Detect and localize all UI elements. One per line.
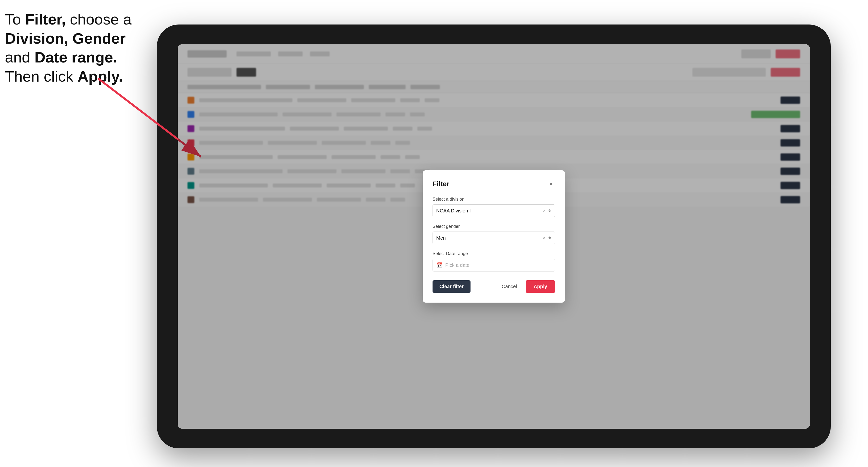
apply-bold: Apply. [78,68,123,85]
gender-arrow-icon [548,236,551,240]
cancel-button[interactable]: Cancel [497,280,522,293]
gender-select[interactable]: Men × [433,231,555,244]
svg-marker-2 [549,209,551,211]
division-gender-bold: Division, Gender [5,30,126,47]
division-arrow-icon [548,209,551,213]
division-label: Select a division [433,197,555,202]
modal-close-button[interactable]: × [547,180,555,188]
date-range-form-group: Select Date range 📅 Pick a date [433,251,555,272]
calendar-icon: 📅 [436,262,442,268]
svg-marker-4 [549,237,551,238]
tablet-screen: Filter × Select a division NCAA Division… [178,44,810,429]
modal-overlay: Filter × Select a division NCAA Division… [178,44,810,429]
tablet-frame: Filter × Select a division NCAA Division… [157,25,831,448]
clear-filter-button[interactable]: Clear filter [433,280,470,293]
instruction-text: To Filter, choose a Division, Gender and… [5,10,142,86]
division-select[interactable]: NCAA Division I × [433,204,555,217]
modal-footer: Clear filter Cancel Apply [433,280,555,293]
svg-marker-3 [549,211,551,212]
division-select-value: NCAA Division I [436,208,543,214]
date-range-label: Select Date range [433,251,555,256]
gender-select-value: Men [436,235,543,241]
gender-label: Select gender [433,224,555,229]
apply-button[interactable]: Apply [526,280,555,293]
modal-title: Filter [433,180,449,188]
division-form-group: Select a division NCAA Division I × [433,197,555,217]
date-range-input[interactable]: 📅 Pick a date [433,259,555,272]
and-date-text: and Date range. [5,49,117,66]
svg-marker-5 [549,238,551,239]
modal-header: Filter × [433,180,555,188]
footer-right-actions: Cancel Apply [497,280,555,293]
filter-modal: Filter × Select a division NCAA Division… [423,170,565,303]
instruction-line1: To Filter, choose a [5,11,132,28]
filter-bold: Filter, [25,11,66,28]
division-clear-icon[interactable]: × [543,208,546,213]
gender-form-group: Select gender Men × [433,224,555,244]
date-placeholder: Pick a date [445,262,469,268]
then-click-text: Then click Apply. [5,68,123,85]
gender-clear-icon[interactable]: × [543,236,546,241]
date-range-bold: Date range. [35,49,117,66]
